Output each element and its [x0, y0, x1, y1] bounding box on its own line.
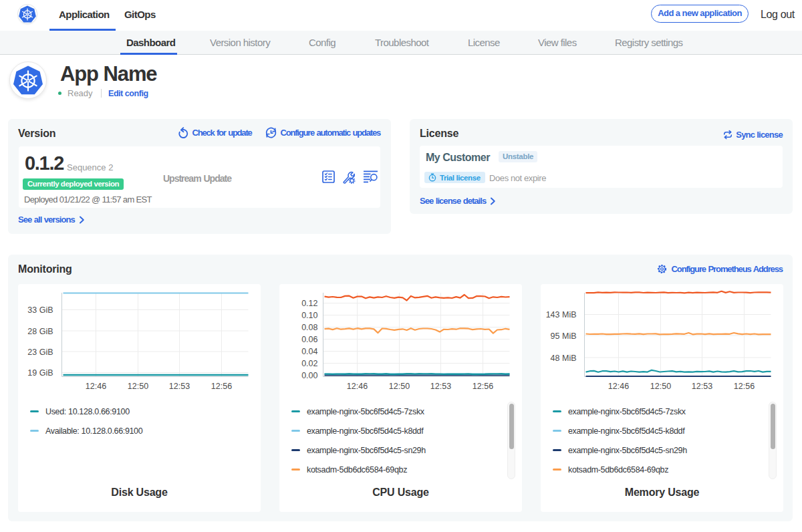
- svg-text:28 GiB: 28 GiB: [27, 327, 53, 336]
- svg-text:12:53: 12:53: [169, 382, 190, 391]
- svg-text:12:46: 12:46: [86, 382, 106, 391]
- svg-text:33 GiB: 33 GiB: [27, 305, 53, 315]
- svg-text:12:46: 12:46: [347, 382, 368, 391]
- svg-text:0.10: 0.10: [301, 311, 317, 320]
- svg-text:19 GiB: 19 GiB: [27, 368, 53, 378]
- svg-text:0.00: 0.00: [301, 371, 317, 380]
- svg-text:0.08: 0.08: [301, 323, 317, 332]
- svg-text:0.06: 0.06: [301, 335, 317, 344]
- svg-text:48 MiB: 48 MiB: [551, 354, 577, 363]
- svg-text:0.12: 0.12: [301, 299, 317, 308]
- svg-text:12:53: 12:53: [692, 382, 712, 391]
- svg-text:12:56: 12:56: [473, 382, 493, 391]
- svg-text:12:50: 12:50: [389, 382, 410, 391]
- svg-text:23 GiB: 23 GiB: [27, 348, 53, 357]
- svg-text:12:50: 12:50: [650, 382, 671, 391]
- svg-text:143 MiB: 143 MiB: [546, 310, 577, 319]
- svg-text:12:46: 12:46: [608, 382, 629, 391]
- svg-text:12:53: 12:53: [430, 382, 451, 391]
- svg-text:95 MiB: 95 MiB: [551, 331, 577, 341]
- svg-text:12:56: 12:56: [734, 382, 755, 391]
- svg-text:0.04: 0.04: [301, 347, 317, 356]
- svg-text:0.02: 0.02: [301, 359, 317, 368]
- svg-text:12:50: 12:50: [128, 382, 148, 391]
- svg-text:12:56: 12:56: [211, 382, 232, 391]
